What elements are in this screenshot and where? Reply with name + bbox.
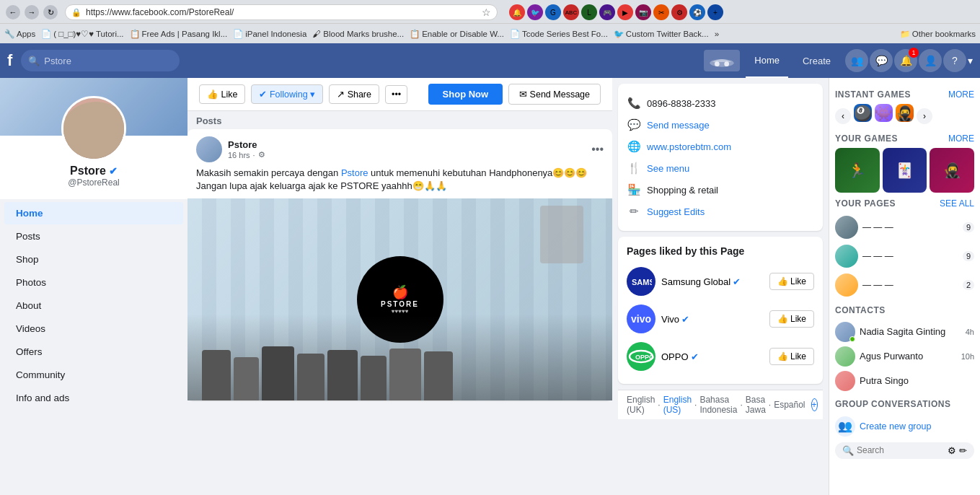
send-message-button[interactable]: ✉ Send Message — [508, 84, 601, 105]
bookmark-more[interactable]: » — [715, 30, 719, 38]
reload-button[interactable]: ↻ — [43, 5, 58, 19]
facebook-search[interactable]: 🔍 — [21, 50, 180, 71]
following-button[interactable]: ✔ Following ▾ — [251, 84, 323, 104]
send-message-link[interactable]: Send message — [647, 120, 710, 131]
notifications-icon-btn[interactable]: 🔔 1 — [894, 49, 917, 72]
your-pages-title: YOUR PAGES SEE ALL — [835, 198, 974, 209]
oppo-page-name: OPPO ✔ — [661, 351, 764, 362]
nav-item-offers[interactable]: Offers — [4, 341, 183, 363]
extension-icon-2[interactable]: 🐦 — [527, 4, 543, 20]
account-dropdown-arrow[interactable]: ▾ — [968, 55, 973, 66]
game-bingo[interactable]: 🎱 — [854, 104, 872, 122]
nav-item-community[interactable]: Community — [4, 364, 183, 386]
extension-icon-1[interactable]: 🔔 — [509, 4, 525, 20]
suggest-edits-row[interactable]: ✏ Suggest Edits — [627, 201, 814, 222]
extension-icon-9[interactable]: ✂ — [653, 4, 669, 20]
lang-bahasa: Bahasa Indonesia — [699, 395, 737, 415]
other-bookmarks[interactable]: 📁 Other bookmarks — [900, 29, 976, 39]
messenger-icon-btn[interactable]: 💬 — [870, 49, 893, 72]
bookmark-tcode[interactable]: 📄 Tcode Series Best Fo... — [510, 29, 608, 39]
share-button[interactable]: ↗ Share — [329, 84, 379, 104]
browser-chrome: ← → ↻ 🔒 https://www.facebook.com/PstoreR… — [0, 0, 980, 43]
extension-icon-11[interactable]: ⚽ — [689, 4, 705, 20]
friends-icon-btn[interactable]: 👥 — [845, 49, 868, 72]
more-options-button[interactable]: ••• — [385, 85, 407, 104]
extension-icon-8[interactable]: 📷 — [635, 4, 651, 20]
games-next-arrow[interactable]: › — [917, 108, 932, 124]
extension-icon-5[interactable]: L — [581, 4, 597, 20]
extension-icon-4[interactable]: ABC — [563, 4, 579, 20]
contact-agus[interactable]: Agus Purwanto 10h — [835, 344, 974, 369]
contact-putra[interactable]: Putra Singo — [835, 369, 974, 393]
bookmark-enable-disable[interactable]: 📋 Enable or Disable W... — [410, 29, 504, 39]
extension-icon-6[interactable]: 🎮 — [599, 4, 615, 20]
bookmark-tutorial[interactable]: 📄 ( □_□)♥♡♥ Tutori... — [41, 29, 123, 39]
search-input[interactable] — [44, 56, 159, 66]
search-conversations[interactable]: 🔍 ⚙ ✏ — [835, 442, 974, 459]
send-message-row[interactable]: 💬 Send message — [627, 114, 814, 136]
website-row[interactable]: 🌐 www.pstorebtm.com — [627, 136, 814, 157]
website-link[interactable]: www.pstorebtm.com — [647, 141, 731, 152]
compose-icon[interactable]: ✏ — [959, 445, 967, 456]
bookmark-star-icon[interactable]: ☆ — [482, 6, 491, 18]
bookmark-apps[interactable]: 🔧 Apps — [4, 29, 35, 39]
samsung-like-button[interactable]: 👍 Like — [769, 273, 814, 290]
extension-icon-7[interactable]: ▶ — [617, 4, 633, 20]
game-ninja[interactable]: 🥷 — [896, 104, 914, 122]
back-button[interactable]: ← — [6, 5, 20, 19]
game-character[interactable]: 👾 — [875, 104, 893, 122]
your-page-item-3[interactable]: — — — 2 — [835, 271, 974, 299]
post-settings-icon[interactable]: ⚙ — [258, 150, 265, 159]
post-image: 🍎 PSTORE ♥♥♥♥♥ — [187, 198, 612, 400]
ipanel-icon: 📄 — [233, 29, 243, 39]
bookmark-free-ads[interactable]: 📋 Free Ads | Pasang Ikl... — [130, 29, 228, 39]
nav-home-link[interactable]: Home — [746, 43, 788, 78]
create-new-group-item[interactable]: 👥 Create new group — [835, 413, 974, 439]
contact-nadia[interactable]: Nadia Sagita Ginting 4h — [835, 320, 974, 344]
your-game-runner[interactable]: 🏃 — [835, 148, 880, 193]
bookmarks-bar: 🔧 Apps 📄 ( □_□)♥♡♥ Tutori... 📋 Free Ads … — [0, 23, 980, 43]
nav-item-photos[interactable]: Photos — [4, 271, 183, 294]
search-conv-icon: 🔍 — [842, 445, 854, 456]
nav-item-posts[interactable]: Posts — [4, 225, 183, 248]
forward-button[interactable]: → — [25, 5, 39, 19]
shop-now-button[interactable]: Shop Now — [428, 84, 503, 105]
nav-create-link[interactable]: Create — [794, 43, 839, 78]
post-link[interactable]: Pstore — [341, 167, 368, 178]
bookmark-twitter[interactable]: 🐦 Custom Twitter Back... — [614, 29, 709, 39]
oppo-like-button[interactable]: 👍 Like — [769, 348, 814, 365]
games-prev-arrow[interactable]: ‹ — [835, 108, 851, 124]
your-page-item-1[interactable]: — — — 9 — [835, 213, 974, 242]
see-menu-link[interactable]: See menu — [647, 163, 689, 174]
search-conversations-input[interactable] — [857, 445, 945, 455]
nav-item-shop[interactable]: Shop — [4, 248, 183, 271]
your-game-ninja2[interactable]: 🥷 — [930, 148, 974, 193]
post-options-button[interactable]: ••• — [591, 143, 604, 156]
see-all-pages-link[interactable]: SEE ALL — [940, 198, 974, 209]
your-games-more-link[interactable]: MORE — [948, 133, 974, 144]
extension-icon-3[interactable]: G — [545, 4, 561, 20]
extension-icon-12[interactable]: + — [707, 4, 723, 20]
gear-icon[interactable]: ⚙ — [948, 445, 956, 456]
instant-games-more-link[interactable]: MORE — [948, 89, 974, 100]
vivo-like-button[interactable]: 👍 Like — [769, 310, 814, 328]
menu-row[interactable]: 🍴 See menu — [627, 157, 814, 179]
suggest-edits-link[interactable]: Suggest Edits — [647, 206, 705, 217]
like-button[interactable]: 👍 Like — [199, 84, 245, 104]
bookmark-ipanel[interactable]: 📄 iPanel Indonesia — [233, 29, 306, 39]
friend-requests-icon-btn[interactable]: 👤 — [919, 49, 942, 72]
nav-item-info-and-ads[interactable]: Info and ads — [4, 387, 183, 409]
extension-icon-10[interactable]: ⚙ — [671, 4, 687, 20]
your-game-poker[interactable]: 🃏 — [883, 148, 927, 193]
lang-english-us[interactable]: English (US) — [663, 395, 692, 415]
help-icon-btn[interactable]: ? — [943, 49, 966, 72]
nav-item-home[interactable]: Home — [4, 202, 183, 224]
your-page-item-2[interactable]: — — — 9 — [835, 242, 974, 271]
nav-item-videos[interactable]: Videos — [4, 317, 183, 340]
add-language-button[interactable]: + — [811, 398, 818, 411]
address-bar[interactable]: 🔒 https://www.facebook.com/PstoreReal/ ☆ — [65, 4, 498, 20]
bookmark-blood-marks[interactable]: 🖌 Blood Marks brushe... — [312, 30, 404, 38]
feed-column: 👍 Like ✔ Following ▾ ↗ Share ••• Shop No… — [187, 78, 612, 495]
browser-nav-bar: ← → ↻ 🔒 https://www.facebook.com/PstoreR… — [0, 0, 980, 23]
nav-item-about[interactable]: About — [4, 294, 183, 317]
